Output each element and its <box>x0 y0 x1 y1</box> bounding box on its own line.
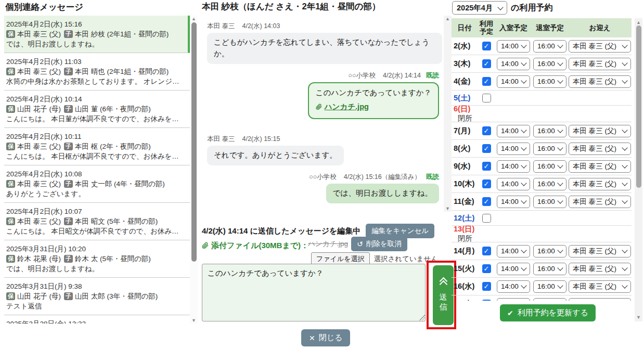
update-reservations-button[interactable]: ✔ 利用予約を更新する <box>500 304 596 321</box>
pickup-person-select[interactable]: 本田 泰三 (父) <box>569 196 631 208</box>
scroll-up-icon[interactable]: ▲ <box>635 19 642 25</box>
usage-checkbox[interactable]: ✓ <box>482 282 491 291</box>
usage-checkbox[interactable] <box>482 94 491 102</box>
checkout-time-select[interactable]: 16:00 <box>533 143 566 155</box>
checkin-time-select[interactable]: 14:00 <box>497 298 530 301</box>
child-badge: 子 <box>64 30 73 38</box>
checkout-time-select[interactable]: 16:00 <box>533 160 566 173</box>
cancel-edit-button[interactable]: 編集をキャンセル <box>366 224 434 238</box>
guardian-badge: 保 <box>6 30 15 38</box>
checkin-time-select[interactable]: 14:00 <box>497 280 530 293</box>
usage-checkbox[interactable]: ✓ <box>482 77 491 86</box>
reservation-row: 6(日)閉所 <box>452 106 632 122</box>
checkout-time-select[interactable]: 16:00 <box>533 196 566 208</box>
pickup-person-select[interactable]: 本田 泰三 (父) <box>569 298 631 301</box>
scroll-down-icon[interactable]: ▼ <box>190 317 198 324</box>
usage-checkbox[interactable]: ✓ <box>482 247 491 255</box>
chevron-down-icon <box>521 78 526 83</box>
chevron-down-icon <box>557 145 563 150</box>
checkout-time-select[interactable]: 16:00 <box>533 298 566 301</box>
reservation-row: 7(月) ✓ 14:00 16:00 本田 泰三 (父) <box>452 122 632 140</box>
send-button[interactable]: 送信 <box>433 265 454 325</box>
checkbox-tick-icon: ✓ <box>484 78 490 85</box>
checkin-time-select[interactable]: 14:00 <box>497 75 530 88</box>
undo-delete-button[interactable]: ↺削除を取消 <box>351 237 407 251</box>
message-list-scrollbar[interactable]: ▲ ▼ <box>190 16 198 324</box>
chevron-down-icon <box>557 265 563 270</box>
checkout-time-select[interactable]: 16:00 <box>533 40 566 53</box>
message-list-item[interactable]: 2025年4月2日(水) 10:07 保本田 泰三 (父)子本田 昭文 (5年・… <box>4 203 190 240</box>
checkin-time-select[interactable]: 14:00 <box>497 263 530 275</box>
scroll-down-icon[interactable]: ▼ <box>444 205 452 212</box>
scrollbar-thumb[interactable] <box>191 22 197 262</box>
editing-status-row: 4/2(水) 14:14 に送信したメッセージを編集中 編集をキャンセル <box>202 224 434 238</box>
checkout-time-select[interactable]: 16:00 <box>533 263 566 275</box>
scroll-down-icon[interactable]: ▼ <box>635 314 642 320</box>
usage-checkbox[interactable]: ✓ <box>482 179 491 188</box>
chevron-down-icon <box>557 300 563 301</box>
message-draft-textarea[interactable]: このハンカチであっていますか？ <box>202 264 426 321</box>
message-list-panel: 個別連絡メッセージ 2025年4月2日(水) 15:16 保本田 泰三 (父)子… <box>0 0 199 348</box>
pickup-person-select[interactable]: 本田 泰三 (父) <box>569 58 631 70</box>
chevron-down-icon <box>622 127 627 133</box>
reservation-row: 2(水) ✓ 14:00 16:00 本田 泰三 (父) <box>452 37 632 55</box>
pickup-person-select[interactable]: 本田 泰三 (父) <box>569 280 631 293</box>
pickup-person-select[interactable]: 本田 泰三 (父) <box>569 125 631 137</box>
pickup-person-select[interactable]: 本田 泰三 (父) <box>569 160 631 173</box>
pickup-person-select[interactable]: 本田 泰三 (父) <box>569 75 631 88</box>
checkin-time-select[interactable]: 14:00 <box>497 196 530 208</box>
message-list-item[interactable]: 2025年3月31日(月) 9:38 保山田 花子 (母)子山田 太郎 (3年・… <box>4 278 190 315</box>
message-list-item[interactable]: 2025年4月2日(水) 10:14 保山田 花子 (母)子山田 菫 (6年・夜… <box>4 91 190 128</box>
chevron-down-icon <box>622 180 627 186</box>
usage-checkbox[interactable]: ✓ <box>482 59 491 68</box>
month-select[interactable]: 2025年4月 <box>452 1 507 15</box>
checkin-time-select[interactable]: 14:00 <box>497 125 530 137</box>
checkout-time-select[interactable]: 16:00 <box>533 58 566 70</box>
checkout-time-select[interactable]: 16:00 <box>533 125 566 137</box>
scroll-up-icon[interactable]: ▲ <box>190 16 198 22</box>
reservation-scrollbar[interactable]: ▲ ▼ <box>635 18 642 321</box>
pickup-person-select[interactable]: 本田 泰三 (父) <box>569 263 631 275</box>
usage-checkbox[interactable]: ✓ <box>482 264 491 273</box>
checkout-time-select[interactable]: 16:00 <box>533 280 566 293</box>
checkin-time-select[interactable]: 14:00 <box>497 58 530 70</box>
scroll-up-icon[interactable]: ▲ <box>444 16 452 22</box>
pickup-person-select[interactable]: 本田 泰三 (父) <box>569 40 631 53</box>
usage-checkbox[interactable]: ✓ <box>482 126 491 135</box>
usage-checkbox[interactable]: ✓ <box>482 162 491 171</box>
checkin-time-select[interactable]: 14:00 <box>497 40 530 53</box>
usage-checkbox[interactable]: ✓ <box>482 144 491 153</box>
usage-checkbox[interactable] <box>482 214 491 223</box>
pickup-person-select[interactable]: 本田 泰三 (父) <box>569 178 631 190</box>
message-list-item[interactable]: 2025年3月31日(月) 10:20 保鈴木 花果 (母)子鈴木 太 (5年・… <box>4 240 190 278</box>
attachment-link[interactable]: ハンカチ.jpg <box>325 102 369 111</box>
scrollbar-thumb[interactable] <box>636 25 641 188</box>
message-list-item[interactable]: 2025年3月28日(金) 13:32 <box>4 315 190 324</box>
checkout-time-select[interactable]: 16:00 <box>533 245 566 257</box>
child-badge: 子 <box>64 68 73 75</box>
usage-checkbox[interactable]: ✓ <box>482 197 491 206</box>
column-header-checkin: 入室予定 <box>495 23 532 33</box>
checkin-time-select[interactable]: 14:00 <box>497 178 530 190</box>
message-list-item[interactable]: 2025年4月2日(水) 15:16 保本田 泰三 (父)子本田 紗枝 (2年1… <box>4 16 190 53</box>
textarea-resize-handle[interactable] <box>419 315 425 320</box>
closed-label: 閉所 <box>458 234 472 242</box>
pickup-person-select[interactable]: 本田 泰三 (父) <box>569 245 631 257</box>
message-list-item[interactable]: 2025年4月2日(水) 11:03 保本田 泰三 (父)子本田 晴也 (2年1… <box>4 53 190 91</box>
chat-message-area: 本田 泰三4/2(水) 14:03 こどもがハンカチを忘れてしまい、落ちていなか… <box>202 15 442 215</box>
column-header-pickup: お迎え <box>568 23 632 33</box>
usage-checkbox[interactable]: ✓ <box>482 42 491 50</box>
close-button[interactable]: ✕ 閉じる <box>301 329 350 346</box>
checkin-time-select[interactable]: 14:00 <box>497 245 530 257</box>
pickup-person-select[interactable]: 本田 泰三 (父) <box>569 143 631 155</box>
message-list-item[interactable]: 2025年4月2日(水) 10:11 保本田 泰三 (父)子本田 枢 (2年・夜… <box>4 128 190 165</box>
checkout-time-select[interactable]: 16:00 <box>533 178 566 190</box>
checkout-time-select[interactable]: 16:00 <box>533 75 566 88</box>
checkin-time-select[interactable]: 14:00 <box>497 160 530 173</box>
editing-status-text: 4/2(水) 14:14 に送信したメッセージを編集中 <box>202 226 360 236</box>
message-list-item[interactable]: 2025年4月2日(水) 10:08 保本田 泰三 (父)子本田 丈一郎 (4年… <box>4 165 190 203</box>
chat-scrollbar[interactable]: ▲ ▼ <box>444 16 452 212</box>
checkin-time-select[interactable]: 14:00 <box>497 143 530 155</box>
usage-checkbox[interactable]: ✓ <box>482 300 491 301</box>
chevron-down-icon <box>521 265 526 270</box>
